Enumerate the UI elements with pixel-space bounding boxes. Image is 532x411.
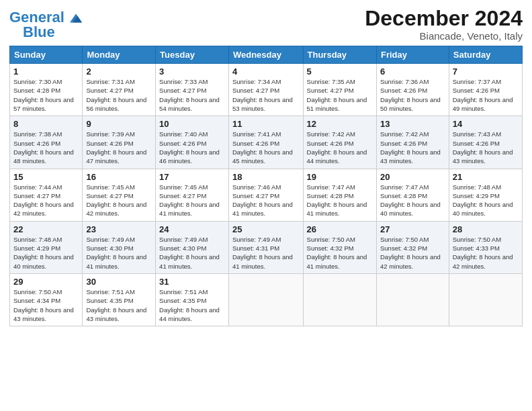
day-info: Sunrise: 7:40 AMSunset: 4:26 PMDaylight:… (159, 130, 220, 165)
calendar-cell: 6 Sunrise: 7:36 AMSunset: 4:26 PMDayligh… (376, 64, 449, 116)
logo-area: General Blue (9, 7, 82, 40)
calendar-cell: 14 Sunrise: 7:43 AMSunset: 4:26 PMDaylig… (449, 116, 522, 169)
day-info: Sunrise: 7:41 AMSunset: 4:26 PMDaylight:… (232, 130, 293, 165)
calendar-week-2: 8 Sunrise: 7:38 AMSunset: 4:26 PMDayligh… (10, 116, 523, 169)
day-number: 30 (86, 277, 152, 287)
page: General Blue December 2024 Biancade, Ven… (0, 0, 532, 411)
day-number: 28 (453, 224, 519, 234)
calendar-week-1: 1 Sunrise: 7:30 AMSunset: 4:28 PMDayligh… (10, 64, 523, 116)
calendar-cell: 20 Sunrise: 7:47 AMSunset: 4:28 PMDaylig… (376, 169, 449, 221)
col-saturday: Saturday (449, 46, 522, 64)
day-number: 6 (380, 66, 445, 77)
day-info: Sunrise: 7:49 AMSunset: 4:30 PMDaylight:… (159, 236, 220, 270)
page-title: December 2024 (365, 7, 523, 30)
calendar-cell: 29 Sunrise: 7:50 AMSunset: 4:34 PMDaylig… (10, 273, 83, 326)
calendar-cell: 11 Sunrise: 7:41 AMSunset: 4:26 PMDaylig… (228, 116, 303, 169)
day-info: Sunrise: 7:37 AMSunset: 4:26 PMDaylight:… (453, 78, 513, 112)
day-number: 1 (13, 66, 79, 77)
day-info: Sunrise: 7:46 AMSunset: 4:27 PMDaylight:… (232, 183, 293, 218)
day-info: Sunrise: 7:35 AMSunset: 4:27 PMDaylight:… (307, 78, 367, 112)
day-number: 18 (232, 172, 300, 182)
calendar-week-4: 22 Sunrise: 7:48 AMSunset: 4:29 PMDaylig… (10, 221, 523, 273)
day-info: Sunrise: 7:48 AMSunset: 4:29 PMDaylight:… (13, 236, 74, 270)
calendar-cell: 28 Sunrise: 7:50 AMSunset: 4:33 PMDaylig… (449, 221, 522, 273)
calendar-cell (228, 273, 303, 326)
day-number: 27 (380, 224, 445, 234)
day-number: 17 (159, 172, 225, 182)
day-info: Sunrise: 7:51 AMSunset: 4:35 PMDaylight:… (159, 288, 220, 322)
day-info: Sunrise: 7:50 AMSunset: 4:33 PMDaylight:… (453, 236, 513, 270)
day-number: 24 (159, 224, 225, 234)
day-info: Sunrise: 7:43 AMSunset: 4:26 PMDaylight:… (453, 130, 513, 165)
calendar-cell: 4 Sunrise: 7:34 AMSunset: 4:27 PMDayligh… (228, 64, 303, 116)
day-info: Sunrise: 7:50 AMSunset: 4:32 PMDaylight:… (380, 236, 441, 270)
day-number: 23 (86, 224, 152, 234)
day-info: Sunrise: 7:42 AMSunset: 4:26 PMDaylight:… (307, 130, 367, 165)
calendar-cell: 23 Sunrise: 7:49 AMSunset: 4:30 PMDaylig… (83, 221, 156, 273)
calendar-cell: 15 Sunrise: 7:44 AMSunset: 4:27 PMDaylig… (10, 169, 83, 221)
day-info: Sunrise: 7:30 AMSunset: 4:28 PMDaylight:… (13, 78, 74, 112)
day-info: Sunrise: 7:45 AMSunset: 4:27 PMDaylight:… (159, 183, 220, 218)
day-info: Sunrise: 7:48 AMSunset: 4:29 PMDaylight:… (453, 183, 513, 218)
day-info: Sunrise: 7:47 AMSunset: 4:28 PMDaylight:… (380, 183, 441, 218)
day-number: 21 (453, 172, 519, 182)
day-number: 16 (86, 172, 152, 182)
day-info: Sunrise: 7:47 AMSunset: 4:28 PMDaylight:… (307, 183, 367, 218)
col-monday: Monday (83, 46, 156, 64)
day-number: 11 (232, 119, 300, 129)
day-number: 7 (453, 66, 519, 77)
calendar-table: Sunday Monday Tuesday Wednesday Thursday… (9, 46, 523, 326)
calendar-cell: 26 Sunrise: 7:50 AMSunset: 4:32 PMDaylig… (303, 221, 376, 273)
calendar-cell: 5 Sunrise: 7:35 AMSunset: 4:27 PMDayligh… (303, 64, 376, 116)
day-number: 3 (159, 66, 225, 77)
calendar-header-row: Sunday Monday Tuesday Wednesday Thursday… (10, 46, 523, 64)
calendar-cell (376, 273, 449, 326)
calendar-cell: 21 Sunrise: 7:48 AMSunset: 4:29 PMDaylig… (449, 169, 522, 221)
day-info: Sunrise: 7:38 AMSunset: 4:26 PMDaylight:… (13, 130, 74, 165)
day-info: Sunrise: 7:33 AMSunset: 4:27 PMDaylight:… (159, 78, 220, 112)
day-info: Sunrise: 7:31 AMSunset: 4:27 PMDaylight:… (86, 78, 146, 112)
day-info: Sunrise: 7:44 AMSunset: 4:27 PMDaylight:… (13, 183, 74, 218)
day-number: 10 (159, 119, 225, 129)
calendar-week-5: 29 Sunrise: 7:50 AMSunset: 4:34 PMDaylig… (10, 273, 523, 326)
col-tuesday: Tuesday (156, 46, 229, 64)
calendar-cell: 1 Sunrise: 7:30 AMSunset: 4:28 PMDayligh… (10, 64, 83, 116)
page-subtitle: Biancade, Veneto, Italy (365, 30, 523, 42)
calendar-cell: 18 Sunrise: 7:46 AMSunset: 4:27 PMDaylig… (228, 169, 303, 221)
calendar-cell: 24 Sunrise: 7:49 AMSunset: 4:30 PMDaylig… (156, 221, 229, 273)
col-wednesday: Wednesday (228, 46, 303, 64)
calendar-cell: 9 Sunrise: 7:39 AMSunset: 4:26 PMDayligh… (83, 116, 156, 169)
day-number: 15 (13, 172, 79, 182)
header: General Blue December 2024 Biancade, Ven… (9, 7, 523, 42)
calendar-cell: 27 Sunrise: 7:50 AMSunset: 4:32 PMDaylig… (376, 221, 449, 273)
calendar-cell: 16 Sunrise: 7:45 AMSunset: 4:27 PMDaylig… (83, 169, 156, 221)
day-number: 9 (86, 119, 152, 129)
title-area: December 2024 Biancade, Veneto, Italy (365, 7, 523, 42)
day-number: 26 (307, 224, 373, 234)
day-number: 20 (380, 172, 445, 182)
calendar-cell: 7 Sunrise: 7:37 AMSunset: 4:26 PMDayligh… (449, 64, 522, 116)
calendar-cell: 22 Sunrise: 7:48 AMSunset: 4:29 PMDaylig… (10, 221, 83, 273)
day-info: Sunrise: 7:34 AMSunset: 4:27 PMDaylight:… (232, 78, 293, 112)
calendar-cell: 3 Sunrise: 7:33 AMSunset: 4:27 PMDayligh… (156, 64, 229, 116)
day-info: Sunrise: 7:45 AMSunset: 4:27 PMDaylight:… (86, 183, 146, 218)
calendar-cell: 13 Sunrise: 7:42 AMSunset: 4:26 PMDaylig… (376, 116, 449, 169)
day-info: Sunrise: 7:50 AMSunset: 4:34 PMDaylight:… (13, 288, 74, 322)
day-info: Sunrise: 7:49 AMSunset: 4:30 PMDaylight:… (86, 236, 146, 270)
calendar-cell: 8 Sunrise: 7:38 AMSunset: 4:26 PMDayligh… (10, 116, 83, 169)
calendar-cell: 31 Sunrise: 7:51 AMSunset: 4:35 PMDaylig… (156, 273, 229, 326)
calendar-cell (449, 273, 522, 326)
day-info: Sunrise: 7:42 AMSunset: 4:26 PMDaylight:… (380, 130, 441, 165)
day-number: 25 (232, 224, 300, 234)
logo-icon (70, 13, 82, 23)
day-info: Sunrise: 7:51 AMSunset: 4:35 PMDaylight:… (86, 288, 146, 322)
calendar-week-3: 15 Sunrise: 7:44 AMSunset: 4:27 PMDaylig… (10, 169, 523, 221)
calendar-cell: 19 Sunrise: 7:47 AMSunset: 4:28 PMDaylig… (303, 169, 376, 221)
col-sunday: Sunday (10, 46, 83, 64)
day-number: 5 (307, 66, 373, 77)
calendar-cell: 2 Sunrise: 7:31 AMSunset: 4:27 PMDayligh… (83, 64, 156, 116)
calendar-cell: 30 Sunrise: 7:51 AMSunset: 4:35 PMDaylig… (83, 273, 156, 326)
day-info: Sunrise: 7:49 AMSunset: 4:31 PMDaylight:… (232, 236, 293, 270)
day-info: Sunrise: 7:36 AMSunset: 4:26 PMDaylight:… (380, 78, 441, 112)
day-number: 14 (453, 119, 519, 129)
